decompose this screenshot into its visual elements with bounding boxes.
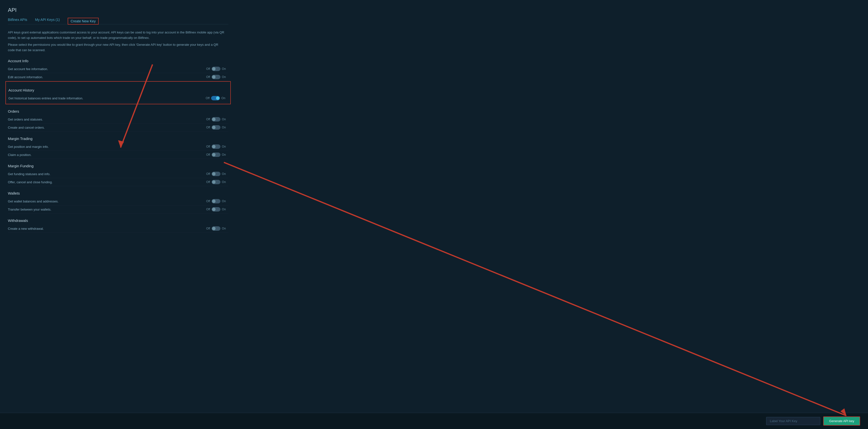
generate-api-key-button[interactable]: Generate API key — [823, 417, 860, 426]
section-withdrawals: Withdrawals Create a new withdrawal. Off… — [8, 218, 228, 233]
permission-row-create-withdrawal: Create a new withdrawal. Off On — [8, 224, 228, 233]
toggle-off-label: Off — [206, 67, 210, 70]
permission-label-get-historical-balances: Get historical balances entries and trad… — [8, 96, 206, 100]
section-title-withdrawals: Withdrawals — [8, 218, 228, 223]
toggle-slider-get-historical-balances — [211, 96, 220, 100]
permission-row-get-position-margin: Get position and margin info. Off On — [8, 143, 228, 151]
section-title-orders: Orders — [8, 109, 228, 113]
tab-my-api-keys[interactable]: My API Keys (1) — [35, 18, 60, 24]
section-title-wallets: Wallets — [8, 191, 228, 195]
toggle-get-funding-statuses[interactable] — [212, 172, 220, 176]
toggle-claim-position[interactable] — [212, 153, 220, 157]
toggle-transfer-wallets[interactable] — [212, 207, 220, 212]
section-wallets: Wallets Get wallet balances and addresse… — [8, 191, 228, 214]
permission-row-get-wallet-balances: Get wallet balances and addresses. Off O… — [8, 197, 228, 205]
permission-label-get-fee-info: Get account fee information. — [8, 67, 206, 71]
toggle-create-withdrawal[interactable] — [212, 226, 220, 231]
toggle-get-historical-balances[interactable] — [211, 96, 220, 100]
toggle-group-get-historical-balances: Off On — [206, 96, 228, 100]
permission-row-create-cancel-orders: Create and cancel orders. Off On — [8, 123, 228, 132]
toggle-group-get-fee-info: Off On — [206, 67, 228, 71]
section-account-history: Account History Get historical balances … — [5, 81, 231, 104]
section-margin-funding: Margin Funding Get funding statuses and … — [8, 164, 228, 186]
permission-label-transfer-wallets: Transfer between your wallets. — [8, 208, 206, 211]
toggle-edit-account-info[interactable] — [212, 75, 220, 79]
toggle-group-edit-account-info: Off On — [206, 75, 228, 79]
permission-label-get-funding-statuses: Get funding statuses and info. — [8, 172, 206, 176]
description-line2: Please select the permissions you would … — [8, 42, 224, 53]
toggle-slider-get-fee-info — [212, 67, 220, 71]
toggle-get-wallet-balances[interactable] — [212, 199, 220, 204]
main-content: API Bitfinex APIs My API Keys (1) Create… — [0, 0, 236, 257]
permission-row-get-funding-statuses: Get funding statuses and info. Off On — [8, 170, 228, 178]
section-title-account-history: Account History — [8, 88, 228, 92]
toggle-on-label-3: On — [221, 96, 225, 100]
permission-label-create-cancel-orders: Create and cancel orders. — [8, 126, 206, 129]
section-margin-trading: Margin Trading Get position and margin i… — [8, 136, 228, 159]
toggle-off-label-2: Off — [206, 75, 210, 79]
permission-label-offer-cancel-close-funding: Offer, cancel and close funding. — [8, 180, 206, 184]
permission-row-claim-position: Claim a position. Off On — [8, 151, 228, 159]
section-orders: Orders Get orders and statuses. Off On C… — [8, 109, 228, 132]
toggle-group-create-cancel-orders: Off On — [206, 125, 228, 130]
permission-row-get-historical-balances: Get historical balances entries and trad… — [8, 94, 228, 102]
toggle-get-position-margin[interactable] — [212, 144, 220, 149]
permission-label-get-orders: Get orders and statuses. — [8, 118, 206, 121]
toggle-on-label: On — [222, 67, 226, 70]
tab-bitfinex-apis[interactable]: Bitfinex APIs — [8, 18, 27, 24]
toggle-slider-edit-account-info — [212, 75, 220, 79]
permission-label-get-position-margin: Get position and margin info. — [8, 145, 206, 149]
section-account-info: Account Info Get account fee information… — [8, 59, 228, 81]
permission-label-claim-position: Claim a position. — [8, 153, 206, 157]
description-block: API keys grant external applications cus… — [8, 30, 224, 53]
permission-label-create-withdrawal: Create a new withdrawal. — [8, 227, 206, 231]
api-key-label-input[interactable] — [766, 417, 820, 425]
permission-label-get-wallet-balances: Get wallet balances and addresses. — [8, 200, 206, 203]
svg-line-2 — [224, 162, 846, 416]
toggle-get-orders[interactable] — [212, 117, 220, 122]
bottom-bar: Generate API key — [0, 413, 868, 429]
permission-row-get-fee-info: Get account fee information. Off On — [8, 65, 228, 73]
section-title-account-info: Account Info — [8, 59, 228, 63]
tab-bar: Bitfinex APIs My API Keys (1) Create New… — [8, 18, 228, 24]
toggle-offer-cancel-close-funding[interactable] — [212, 180, 220, 184]
tab-create-new-key[interactable]: Create New Key — [68, 18, 99, 25]
permission-row-get-orders: Get orders and statuses. Off On — [8, 115, 228, 123]
permission-row-offer-cancel-close-funding: Offer, cancel and close funding. Off On — [8, 178, 228, 186]
toggle-off-label-3: Off — [206, 96, 210, 100]
page-title: API — [8, 7, 228, 13]
description-line1: API keys grant external applications cus… — [8, 30, 224, 40]
section-title-margin-funding: Margin Funding — [8, 164, 228, 168]
permission-label-edit-account-info: Edit account information. — [8, 75, 206, 79]
toggle-on-label-2: On — [222, 75, 226, 79]
section-title-margin-trading: Margin Trading — [8, 136, 228, 141]
permission-row-transfer-wallets: Transfer between your wallets. Off On — [8, 205, 228, 214]
toggle-group-get-orders: Off On — [206, 117, 228, 122]
toggle-create-cancel-orders[interactable] — [212, 125, 220, 130]
permission-row-edit-account-info: Edit account information. Off On — [8, 73, 228, 81]
toggle-get-fee-info[interactable] — [212, 67, 220, 71]
